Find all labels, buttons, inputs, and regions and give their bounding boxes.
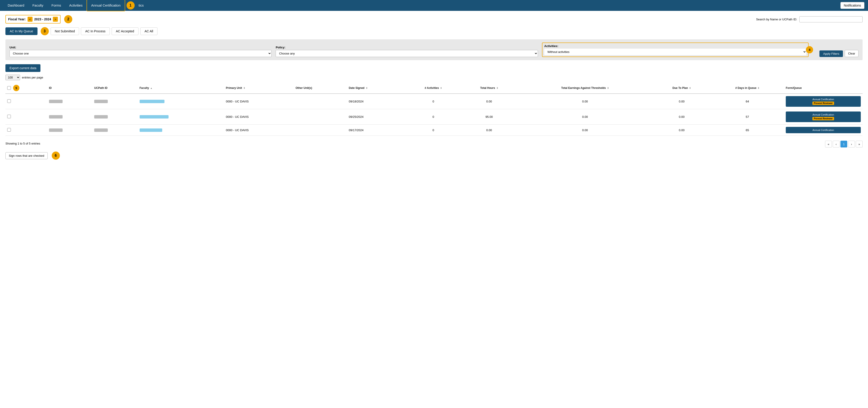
- filter-activities: Activities: Without activitiesWith activ…: [542, 42, 809, 57]
- unit-select[interactable]: Choose one: [9, 50, 272, 57]
- date-signed-sort-icon: ⇕: [366, 87, 368, 89]
- sign-rows-button[interactable]: Sign rows that are checked: [5, 152, 48, 159]
- filter-unit: Unit: Choose one: [9, 46, 272, 57]
- tab-ac-in-my-queue[interactable]: AC In My Queue: [5, 27, 37, 35]
- row-form-queue[interactable]: Annual Certification Provost Reviewer: [784, 109, 863, 125]
- tabs-row: AC In My Queue 3 Not Submitted AC In Pro…: [5, 27, 863, 35]
- nav-faculty[interactable]: Faculty: [28, 0, 47, 11]
- row-form-queue[interactable]: Annual Certification: [784, 125, 863, 136]
- row-other-units: [294, 94, 347, 109]
- tab-ac-in-process[interactable]: AC In Process: [81, 27, 110, 35]
- row-days-in-queue: 64: [711, 94, 784, 109]
- filter-actions: Apply Filters Clear: [819, 50, 859, 57]
- filter-policy: Policy: Choose any: [276, 46, 538, 57]
- row-due-to-plan: 0.00: [652, 125, 711, 136]
- row-days-in-queue: 57: [711, 109, 784, 125]
- tab-ac-accepted[interactable]: AC Accepted: [112, 27, 138, 35]
- faculty-sort-icon: ▲: [150, 87, 153, 89]
- row-primary-unit: 0000 - UC DAVIS: [224, 94, 294, 109]
- days-in-queue-sort-icon: ⇕: [757, 87, 759, 89]
- pagination-next[interactable]: ›: [848, 141, 855, 147]
- filters-bar: Unit: Choose one Policy: Choose any Acti…: [5, 39, 863, 60]
- row-total-hours: 0.00: [461, 125, 518, 136]
- col-faculty[interactable]: Faculty ▲: [138, 83, 224, 94]
- entries-per-page-select[interactable]: 100: [5, 75, 20, 80]
- num-activities-sort-icon: ⇕: [440, 87, 442, 89]
- row-total-earnings: 0.00: [517, 94, 652, 109]
- table-row: ██████ ██████ ████████ 0000 - UC DAVIS 0…: [5, 125, 863, 136]
- row-date-signed: 09/25/2024: [347, 109, 406, 125]
- row-total-earnings: 0.00: [517, 125, 652, 136]
- row-checkbox-2[interactable]: [7, 128, 11, 132]
- tab-not-submitted[interactable]: Not Submitted: [51, 27, 79, 35]
- pagination-current[interactable]: 1: [840, 141, 847, 147]
- search-input[interactable]: [799, 16, 863, 22]
- select-all-checkbox[interactable]: [7, 86, 11, 90]
- row-date-signed: 09/17/2024: [347, 125, 406, 136]
- showing-text: Showing 1 to 5 of 5 entries: [5, 142, 40, 145]
- row-form-queue[interactable]: Annual Certification Provost Reviewer: [784, 94, 863, 109]
- row-primary-unit: 0000 - UC DAVIS: [224, 109, 294, 125]
- col-date-signed[interactable]: Date Signed ⇕: [347, 83, 406, 94]
- row-total-hours: 95.00: [461, 109, 518, 125]
- pagination-first[interactable]: «: [825, 141, 832, 147]
- row-faculty: ██████████████: [138, 109, 224, 125]
- form-queue-button-0[interactable]: Annual Certification Provost Reviewer: [786, 96, 861, 107]
- fiscal-prev-button[interactable]: <: [28, 17, 33, 22]
- col-other-units: Other Unit(s): [294, 83, 347, 94]
- step4-badge: 4: [806, 46, 813, 53]
- pagination: « ‹ 1 › »: [825, 141, 863, 147]
- policy-select[interactable]: Choose any: [276, 50, 538, 57]
- entries-label: entries per page: [22, 76, 43, 79]
- pagination-prev[interactable]: ‹: [833, 141, 840, 147]
- apply-filters-button[interactable]: Apply Filters: [819, 51, 843, 57]
- col-checkbox: 5: [5, 83, 47, 94]
- row-num-activities: 0: [406, 109, 461, 125]
- tab-ac-all[interactable]: AC All: [140, 27, 157, 35]
- nav-activities[interactable]: Activities: [65, 0, 87, 11]
- top-row: Fiscal Year: < 2023 - 2024 > 2 Search by…: [5, 15, 863, 24]
- fiscal-year-value: 2023 - 2024: [34, 18, 51, 21]
- form-queue-button-1[interactable]: Annual Certification Provost Reviewer: [786, 112, 861, 122]
- row-date-signed: 09/18/2024: [347, 94, 406, 109]
- step2-badge: 2: [64, 15, 72, 23]
- row-checkbox-cell: [5, 94, 47, 109]
- row-primary-unit: 0000 - UC DAVIS: [224, 125, 294, 136]
- row-checkbox-0[interactable]: [7, 99, 11, 103]
- row-num-activities: 0: [406, 125, 461, 136]
- activities-select[interactable]: Without activitiesWith activitiesAll: [544, 49, 806, 55]
- table-row: ██████ ██████ ████████████ 0000 - UC DAV…: [5, 94, 863, 109]
- form-queue-button-2[interactable]: Annual Certification: [786, 127, 861, 133]
- step1-badge: 1: [126, 1, 135, 9]
- step3-badge: 3: [41, 27, 49, 35]
- notifications-button[interactable]: Notifications: [840, 2, 864, 9]
- step6-badge: 6: [52, 151, 60, 160]
- total-hours-sort-icon: ⇕: [496, 87, 498, 89]
- nav-tics[interactable]: tics: [135, 0, 148, 11]
- col-ucpath-id: UCPath ID: [92, 83, 137, 94]
- row-num-activities: 0: [406, 94, 461, 109]
- col-due-to-plan[interactable]: Due To Plan ⇕: [652, 83, 711, 94]
- row-total-earnings: 0.00: [517, 109, 652, 125]
- col-total-earnings[interactable]: Total Earnings Against Thresholds ⇕: [517, 83, 652, 94]
- provost-reviewer-badge-1: Provost Reviewer: [812, 117, 834, 120]
- navbar: Dashboard Faculty Forms Activities Annua…: [0, 0, 868, 11]
- nav-annual-certification[interactable]: Annual Certification: [87, 0, 125, 11]
- row-id: ██████: [47, 125, 92, 136]
- row-ucpath-id: ██████: [92, 109, 137, 125]
- row-faculty: ████████████: [138, 94, 224, 109]
- clear-filters-button[interactable]: Clear: [845, 50, 859, 57]
- pagination-last[interactable]: »: [856, 141, 863, 147]
- nav-dashboard[interactable]: Dashboard: [4, 0, 28, 11]
- export-button[interactable]: Export current data: [5, 64, 40, 72]
- nav-forms[interactable]: Forms: [48, 0, 65, 11]
- col-total-hours[interactable]: Total Hours ⇕: [461, 83, 518, 94]
- col-primary-unit[interactable]: Primary Unit ⇕: [224, 83, 294, 94]
- col-num-activities[interactable]: # Activities ⇕: [406, 83, 461, 94]
- step5-badge: 5: [13, 85, 20, 91]
- row-checkbox-1[interactable]: [7, 115, 11, 118]
- fiscal-year-box: Fiscal Year: < 2023 - 2024 >: [5, 15, 61, 24]
- col-days-in-queue[interactable]: # Days in Queue ⇕: [711, 83, 784, 94]
- unit-label: Unit:: [9, 46, 272, 49]
- fiscal-next-button[interactable]: >: [53, 17, 58, 22]
